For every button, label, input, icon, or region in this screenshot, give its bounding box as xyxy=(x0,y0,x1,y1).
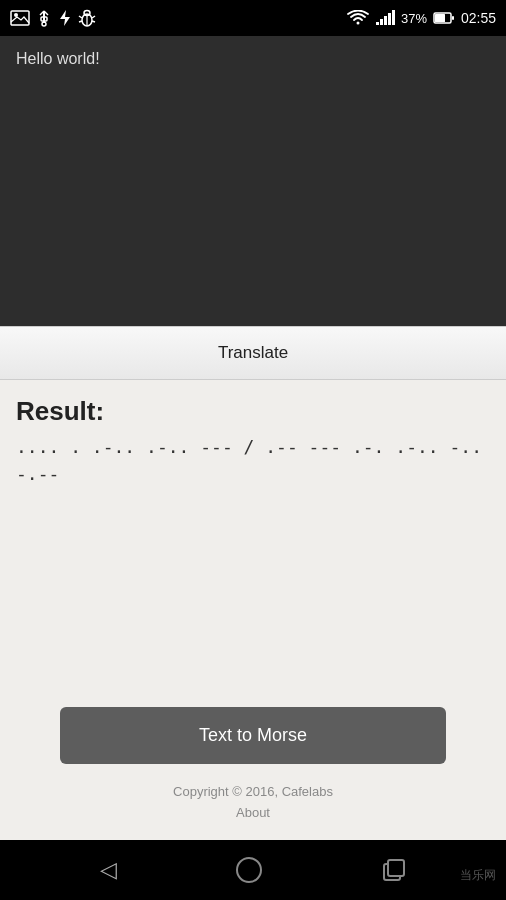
bug-icon xyxy=(78,9,96,27)
text-to-morse-button-container: Text to Morse xyxy=(0,707,506,774)
svg-rect-19 xyxy=(392,10,395,25)
svg-rect-17 xyxy=(384,16,387,25)
battery-percent: 37% xyxy=(401,11,427,26)
result-text: .... . .-.. .-.. --- / .-- --- .-. .-.. … xyxy=(16,433,490,707)
translate-button[interactable]: Translate xyxy=(0,327,506,379)
text-to-morse-button[interactable]: Text to Morse xyxy=(60,707,446,764)
charging-icon xyxy=(58,9,72,27)
recent-button[interactable] xyxy=(381,857,407,883)
svg-point-6 xyxy=(42,22,46,26)
svg-rect-24 xyxy=(388,860,404,876)
svg-line-13 xyxy=(92,21,95,22)
back-button[interactable]: ◁ xyxy=(100,857,117,883)
svg-rect-21 xyxy=(435,14,445,22)
usb-icon xyxy=(36,9,52,27)
copyright-text: Copyright © 2016, Cafelabs xyxy=(173,784,333,799)
text-input[interactable]: Hello world! xyxy=(16,50,490,312)
svg-rect-0 xyxy=(11,11,29,25)
time: 02:55 xyxy=(461,10,496,26)
status-bar: 37% 02:55 xyxy=(0,0,506,36)
svg-line-10 xyxy=(79,16,82,18)
watermark-text: 当乐网 xyxy=(460,867,496,884)
svg-point-14 xyxy=(84,11,90,16)
signal-icon xyxy=(375,10,395,26)
svg-rect-22 xyxy=(452,16,454,20)
nav-bar: ◁ 当乐网 xyxy=(0,840,506,900)
svg-rect-16 xyxy=(380,19,383,25)
result-label: Result: xyxy=(16,396,490,427)
status-icons-right: 37% 02:55 xyxy=(347,10,496,26)
svg-line-11 xyxy=(92,16,95,18)
svg-line-12 xyxy=(79,21,82,22)
home-button[interactable] xyxy=(236,857,262,883)
text-input-area: Hello world! xyxy=(0,36,506,326)
copyright-area: Copyright © 2016, Cafelabs About xyxy=(0,774,506,840)
battery-icon xyxy=(433,12,455,24)
svg-point-1 xyxy=(14,13,18,17)
svg-rect-18 xyxy=(388,13,391,25)
status-icons-left xyxy=(10,9,96,27)
image-icon xyxy=(10,10,30,26)
result-area: Result: .... . .-.. .-.. --- / .-- --- .… xyxy=(0,380,506,707)
svg-rect-15 xyxy=(376,22,379,25)
svg-marker-7 xyxy=(60,10,70,26)
wifi-icon xyxy=(347,10,369,26)
translate-button-container: Translate xyxy=(0,326,506,380)
about-link[interactable]: About xyxy=(0,803,506,824)
